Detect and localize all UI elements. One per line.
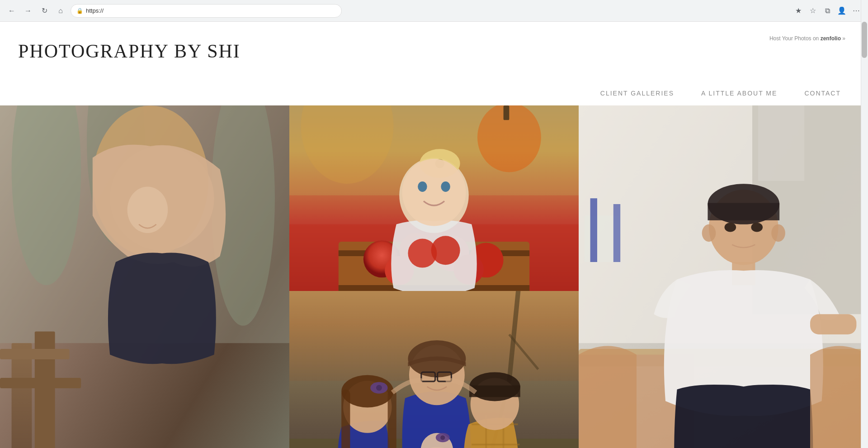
site-nav: CLIENT GALLERIES A LITTLE ABOUT ME CONTA… [0, 81, 868, 105]
svg-point-15 [477, 105, 541, 172]
svg-point-33 [418, 181, 427, 192]
scrollbar[interactable] [861, 0, 868, 448]
host-suffix: » [842, 35, 845, 42]
svg-rect-51 [810, 314, 856, 334]
svg-point-55 [771, 224, 785, 242]
forward-button[interactable]: → [22, 5, 34, 17]
svg-rect-70 [388, 390, 396, 448]
site-header: PHOTOGRAPHY BY SHI Host Your Photos on z… [0, 22, 868, 81]
extension-icon[interactable]: ★ [792, 5, 805, 17]
url-text: https:// [86, 7, 104, 14]
host-prefix: Host Your Photos on [769, 35, 819, 42]
svg-point-52 [725, 223, 736, 232]
host-badge: Host Your Photos on zenfolio » [769, 35, 845, 42]
svg-rect-8 [0, 378, 81, 388]
photo-man-couch[interactable] [579, 105, 868, 448]
svg-point-34 [441, 181, 450, 192]
svg-rect-40 [758, 105, 804, 181]
back-button[interactable]: ← [5, 5, 18, 17]
svg-point-36 [431, 236, 460, 265]
profile-icon[interactable]: 👤 [835, 5, 848, 17]
site-wrapper: PHOTOGRAPHY BY SHI Host Your Photos on z… [0, 22, 868, 448]
svg-point-32 [402, 159, 466, 226]
man-couch-image [579, 105, 868, 448]
photo-family-kiss[interactable] [289, 291, 579, 448]
svg-rect-16 [504, 105, 509, 120]
svg-rect-43 [613, 204, 620, 262]
home-button[interactable]: ⌂ [54, 5, 67, 17]
site-logo: PHOTOGRAPHY BY SHI [18, 40, 241, 62]
svg-point-54 [702, 224, 716, 242]
address-bar[interactable]: 🔒 https:// [71, 4, 342, 18]
svg-rect-79 [469, 386, 520, 397]
svg-rect-69 [341, 390, 350, 448]
scrollbar-thumb[interactable] [862, 22, 867, 58]
browser-toolbar: ← → ↻ ⌂ 🔒 https:// ★ ☆ ⧉ 👤 ⋯ [0, 0, 868, 22]
svg-point-83 [440, 435, 445, 440]
collections-icon[interactable]: ⧉ [821, 5, 834, 17]
host-brand: zenfolio [821, 35, 841, 42]
svg-rect-42 [590, 198, 597, 262]
svg-point-11 [127, 187, 168, 233]
nav-contact[interactable]: CONTACT [804, 90, 841, 97]
favorites-icon[interactable]: ☆ [807, 5, 819, 17]
family-kiss-image [289, 291, 579, 448]
svg-point-72 [376, 385, 382, 391]
photo-baby-apples[interactable] [289, 105, 579, 291]
girl-fence-image [0, 105, 289, 448]
browser-right-icons: ★ ☆ ⧉ 👤 ⋯ [792, 5, 863, 17]
svg-rect-7 [0, 349, 70, 359]
svg-rect-49 [708, 203, 779, 220]
svg-point-53 [751, 223, 763, 232]
reload-button[interactable]: ↻ [38, 5, 51, 17]
nav-client-galleries[interactable]: CLIENT GALLERIES [600, 90, 674, 97]
photo-girl-fence[interactable] [0, 105, 289, 448]
nav-about[interactable]: A LITTLE ABOUT ME [701, 90, 777, 97]
photo-grid [0, 105, 868, 448]
baby-apples-image [289, 105, 579, 291]
